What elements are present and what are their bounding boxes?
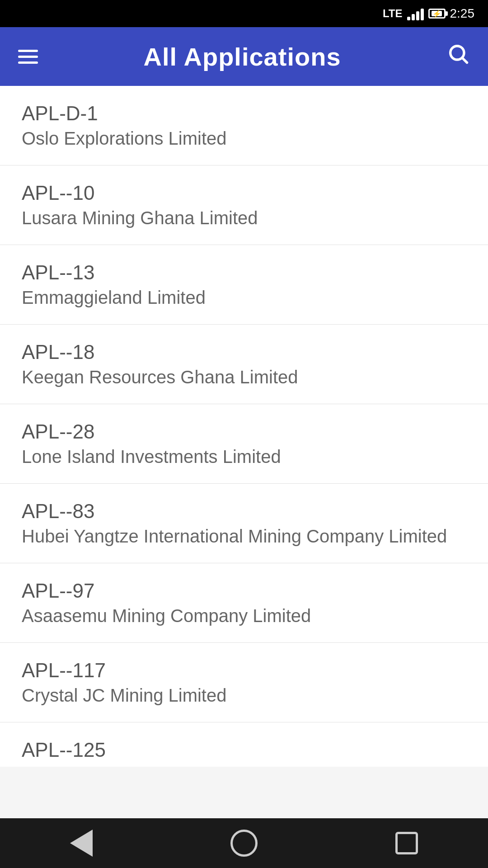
item-name: Keegan Resources Ghana Limited [22,367,466,387]
lte-icon: LTE [383,7,403,20]
item-code-partial: APL--125 [22,739,466,761]
item-code: APL--18 [22,341,466,363]
back-icon [70,830,93,857]
list-item[interactable]: APL--28 Lone Island Investments Limited [0,404,488,484]
item-name: Oslo Explorations Limited [22,128,466,149]
item-code: APL-D-1 [22,102,466,125]
item-code: APL--13 [22,261,466,284]
signal-bars [407,7,424,20]
signal-bar-4 [421,9,424,20]
search-icon[interactable] [446,42,470,71]
signal-bar-1 [407,17,410,20]
item-name: Crystal JC Mining Limited [22,685,466,706]
menu-line-1 [18,50,38,52]
status-icons: LTE ⚡ 2:25 [383,6,474,21]
nav-back-button[interactable] [63,825,99,861]
item-name: Asaasemu Mining Company Limited [22,606,466,626]
nav-recent-button[interactable] [389,825,425,861]
page-title: All Applications [143,42,341,71]
list-item[interactable]: APL--83 Hubei Yangtze International Mini… [0,484,488,563]
item-name: Emmaggieland Limited [22,288,466,308]
nav-home-button[interactable] [226,825,262,861]
item-code: APL--28 [22,420,466,443]
list-item[interactable]: APL--97 Asaasemu Mining Company Limited [0,563,488,643]
item-name: Lone Island Investments Limited [22,447,466,467]
list-container: APL-D-1 Oslo Explorations Limited APL--1… [0,86,488,767]
svg-line-1 [463,58,467,62]
list-item[interactable]: APL--117 Crystal JC Mining Limited [0,643,488,722]
applications-list: APL-D-1 Oslo Explorations Limited APL--1… [0,86,488,818]
recent-icon [395,832,418,854]
menu-line-2 [18,56,38,58]
home-icon [230,830,258,857]
signal-bar-3 [416,11,419,20]
item-name: Hubei Yangtze International Mining Compa… [22,526,466,547]
signal-bar-2 [412,14,415,20]
item-code: APL--117 [22,659,466,682]
app-bar: All Applications [0,27,488,86]
status-bar: LTE ⚡ 2:25 [0,0,488,27]
list-item-partial[interactable]: APL--125 [0,722,488,767]
nav-bar [0,818,488,868]
item-code: APL--97 [22,580,466,602]
menu-line-3 [18,61,38,64]
menu-icon[interactable] [18,50,38,64]
clock: 2:25 [450,6,475,21]
item-code: APL--10 [22,182,466,204]
list-item[interactable]: APL--18 Keegan Resources Ghana Limited [0,325,488,404]
list-item[interactable]: APL--13 Emmaggieland Limited [0,245,488,325]
battery-icon: ⚡ [428,9,446,19]
item-code: APL--83 [22,500,466,523]
list-item[interactable]: APL--10 Lusara Mining Ghana Limited [0,165,488,245]
list-item[interactable]: APL-D-1 Oslo Explorations Limited [0,86,488,165]
battery-bolt-icon: ⚡ [432,9,441,18]
item-name: Lusara Mining Ghana Limited [22,208,466,228]
